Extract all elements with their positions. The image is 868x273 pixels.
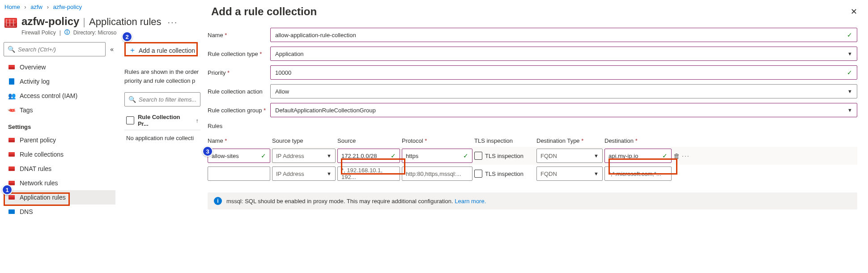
col-source-type: Source type (272, 137, 336, 147)
nav-parent-policy[interactable]: Parent policy (4, 133, 115, 147)
rule-source-type-select[interactable]: IP Address ▼ (272, 149, 336, 163)
header-more-icon[interactable]: ··· (168, 17, 178, 27)
action-label: Rule collection action (208, 88, 263, 95)
nav-dnat-rules[interactable]: DNAT rules (4, 162, 115, 176)
nav-label: Tags (20, 107, 33, 114)
type-select[interactable]: Application ▼ (270, 47, 857, 61)
firewall-icon (9, 138, 15, 142)
check-icon: ✓ (261, 152, 266, 159)
info-banner: i mssql: SQL should be enabled in proxy … (208, 192, 857, 209)
nav-section-settings: Settings (4, 117, 115, 133)
rule-name-input-empty[interactable] (208, 166, 270, 181)
doc-icon (9, 78, 14, 85)
firewall-icon (9, 152, 15, 157)
nav-tags[interactable]: 🔖 Tags (4, 103, 115, 117)
nav-search[interactable]: 🔍 (4, 42, 106, 56)
firewall-policy-icon (4, 18, 17, 28)
col-dest: Destination (604, 137, 634, 144)
page-title: azfw-policy (21, 15, 79, 28)
rule-source-input[interactable]: 172.21.0.0/28 ✓ (337, 149, 400, 163)
nav-label: Rule collections (20, 151, 64, 158)
chevron-down-icon: ▼ (847, 89, 852, 94)
nav-network-rules[interactable]: Network rules (4, 176, 115, 190)
chevron-down-icon: ▼ (594, 171, 599, 176)
row-more-button[interactable]: ··· (682, 152, 690, 159)
priority-input[interactable]: 10000 ✓ (270, 65, 857, 80)
chevron-down-icon: ▼ (327, 171, 332, 176)
chevron-down-icon: ▼ (594, 153, 599, 158)
rule-name-input[interactable]: allow-sites ✓ (208, 149, 270, 163)
nav-label: Application rules (20, 194, 66, 201)
group-label: Rule collection group (208, 107, 262, 114)
nav-label: DNS (20, 208, 33, 215)
plus-icon: ＋ (129, 46, 136, 55)
group-select[interactable]: DefaultApplicationRuleCollectionGroup ▼ (270, 103, 857, 117)
rule-source-input-empty[interactable]: *, 192.168.10.1, 192... (337, 166, 400, 181)
name-input[interactable]: allow-application-rule-collection ✓ (270, 28, 857, 42)
filter-input[interactable] (139, 96, 196, 103)
column-header[interactable]: Rule Collection Pr... (138, 114, 192, 127)
check-icon: ✓ (847, 31, 852, 38)
rule-dest-input[interactable]: api.my-ip.io ✓ (604, 149, 672, 163)
directory-label: Directory: Microso (73, 30, 117, 36)
delete-row-button[interactable]: 🗑 (673, 152, 680, 160)
add-button-label: Add a rule collection (139, 47, 195, 54)
nav-dns[interactable]: DNS (4, 205, 115, 219)
breadcrumb: Home › azfw › azfw-policy (4, 4, 82, 10)
col-source: Source (337, 137, 400, 147)
search-icon: 🔍 (128, 96, 136, 103)
chevron-down-icon: ▼ (847, 51, 852, 56)
collapse-nav-button[interactable]: « (108, 44, 115, 55)
chevron-down-icon: ▼ (327, 153, 332, 158)
breadcrumb-home[interactable]: Home (4, 4, 20, 10)
add-rule-collection-panel: Add a rule collection ✕ Name * allow-app… (200, 0, 868, 273)
resource-type: Firewall Policy (21, 30, 56, 36)
search-input[interactable] (18, 46, 102, 53)
rules-heading: Rules (208, 123, 857, 129)
nav-overview[interactable]: Overview (4, 60, 115, 74)
check-icon: ✓ (391, 152, 396, 159)
filter-box[interactable]: 🔍 (124, 92, 200, 107)
info-icon: ⓘ (64, 29, 70, 36)
nav-iam[interactable]: 👥 Access control (IAM) (4, 89, 115, 103)
rule-tls-checkbox[interactable]: TLS inspection (474, 170, 535, 178)
firewall-icon (9, 195, 15, 200)
name-label: Name (208, 32, 223, 38)
breadcrumb-policy[interactable]: azfw-policy (53, 4, 82, 10)
check-icon: ✓ (662, 152, 668, 159)
empty-message: No application rule collecti (124, 130, 200, 146)
rule-dest-input-empty[interactable]: *,*.microsoft.com,*... (604, 166, 672, 181)
breadcrumb-azfw[interactable]: azfw (30, 4, 43, 10)
rule-source-type-select[interactable]: IP Address ▼ (272, 166, 336, 181)
add-rule-collection-button[interactable]: ＋ Add a rule collection (124, 42, 200, 59)
rule-dest-type-select[interactable]: FQDN ▼ (536, 166, 603, 181)
learn-more-link[interactable]: Learn more. (455, 198, 486, 205)
nav-activity-log[interactable]: Activity log (4, 74, 115, 89)
nav-label: DNAT rules (20, 165, 51, 172)
search-icon: 🔍 (8, 46, 15, 53)
rule-dest-type-select[interactable]: FQDN ▼ (536, 149, 603, 163)
firewall-icon (9, 166, 15, 171)
nav-label: Access control (IAM) (20, 92, 77, 99)
nav-label: Overview (20, 64, 46, 71)
close-button[interactable]: ✕ (851, 7, 857, 17)
rule-tls-checkbox[interactable]: TLS inspection (474, 152, 535, 160)
iam-icon: 👥 (8, 92, 15, 99)
info-icon: i (214, 197, 222, 205)
action-select[interactable]: Allow ▼ (270, 84, 857, 98)
firewall-icon (9, 65, 15, 69)
chevron-down-icon: ▼ (847, 107, 852, 113)
sort-icon[interactable]: ↑ (196, 117, 199, 124)
select-all-checkbox[interactable] (126, 116, 134, 124)
check-icon: ✓ (463, 152, 468, 159)
rule-protocol-input-empty[interactable]: http:80,https,mssql:... (402, 166, 472, 181)
col-protocol: Protocol (402, 137, 423, 144)
nav-rule-collections[interactable]: Rule collections (4, 147, 115, 162)
col-dest-type: Destination Type (536, 137, 580, 144)
nav-label: Activity log (20, 78, 50, 85)
nav-application-rules[interactable]: Application rules (4, 190, 115, 205)
flyout-title: Add a rule collection (211, 5, 317, 18)
dns-icon (9, 209, 15, 214)
col-name: Name (208, 137, 223, 144)
rule-protocol-input[interactable]: https ✓ (402, 149, 472, 163)
